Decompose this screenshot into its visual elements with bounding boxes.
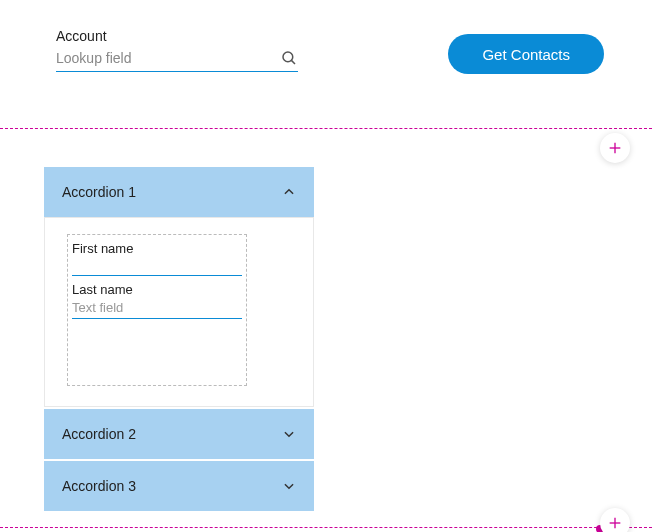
account-lookup-input[interactable] bbox=[56, 50, 280, 66]
get-contacts-button[interactable]: Get Contacts bbox=[448, 34, 604, 74]
add-section-button[interactable] bbox=[600, 133, 630, 163]
last-name-field: Last name bbox=[72, 282, 242, 319]
accordion-header-2[interactable]: Accordion 2 bbox=[44, 409, 314, 459]
accordion-title: Accordion 2 bbox=[62, 426, 136, 442]
chevron-up-icon bbox=[282, 185, 296, 199]
section-divider bbox=[0, 128, 652, 129]
first-name-label: First name bbox=[72, 241, 242, 256]
chevron-down-icon bbox=[282, 427, 296, 441]
svg-line-1 bbox=[291, 60, 295, 64]
accordion-title: Accordion 1 bbox=[62, 184, 136, 200]
last-name-label: Last name bbox=[72, 282, 242, 297]
accordion-body-1: First name Last name bbox=[44, 217, 314, 407]
field-drop-zone[interactable]: First name Last name bbox=[67, 234, 247, 386]
accordion-title: Accordion 3 bbox=[62, 478, 136, 494]
plus-icon bbox=[607, 140, 623, 156]
account-lookup-field: Account bbox=[56, 28, 298, 72]
svg-point-0 bbox=[283, 52, 293, 62]
last-name-input[interactable] bbox=[72, 298, 242, 319]
section-divider-bottom bbox=[0, 527, 652, 528]
search-icon[interactable] bbox=[280, 49, 298, 67]
chevron-down-icon bbox=[282, 479, 296, 493]
accordion-panel: Accordion 1 First name Last name Accordi… bbox=[44, 167, 314, 511]
add-section-button-bottom[interactable] bbox=[600, 508, 630, 532]
accordion-header-3[interactable]: Accordion 3 bbox=[44, 461, 314, 511]
accordion-header-1[interactable]: Accordion 1 bbox=[44, 167, 314, 217]
first-name-field: First name bbox=[72, 241, 242, 276]
first-name-input[interactable] bbox=[72, 260, 242, 276]
account-label: Account bbox=[56, 28, 298, 44]
plus-icon bbox=[607, 515, 623, 531]
